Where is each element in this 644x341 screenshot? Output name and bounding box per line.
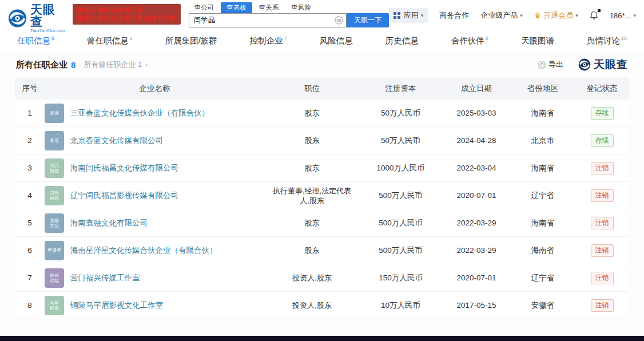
column-header: 省份地区 (511, 84, 575, 94)
nav-tab[interactable]: 任职信息8 (17, 35, 54, 46)
apps-grid-icon (393, 12, 400, 19)
tianyancha-watermark-icon (578, 58, 591, 71)
region-cell: 安徽省 (511, 300, 575, 311)
status-badge[interactable]: 注销 (591, 244, 614, 257)
logo-domain: TianYanCha.com (30, 29, 67, 33)
region-cell: 海南省 (511, 218, 575, 228)
status-badge[interactable]: 存续 (591, 107, 614, 120)
status-badge[interactable]: 存续 (591, 134, 614, 147)
search-type-tab[interactable]: 查风险 (285, 2, 317, 13)
column-header: 成立日期 (442, 84, 511, 94)
search-type-tab[interactable]: 查关系 (253, 2, 285, 13)
company-name-link[interactable]: 辽宁闫氏福昌影视传媒有限公司 (70, 191, 178, 200)
export-button[interactable]: 导出 (538, 60, 563, 70)
date-cell: 2020-07-01 (442, 191, 511, 200)
enterprise-products-menu[interactable]: 企业级产品 ▾ (480, 10, 523, 21)
region-cell: 海南省 (511, 108, 575, 118)
tab-count-badge: 18 (621, 35, 627, 41)
search-type-tabs: 查公司查老板查关系查风险 (189, 2, 389, 13)
position-cell: 投资人,股东 (265, 298, 359, 312)
top-header: 天眼查 TianYanCha.com 都在用的商业查询工具 国家中小企业发展子基… (0, 0, 644, 29)
top-menu: 应用 ▾ 商务合作 企业级产品 ▾ ♛ 开通会员 ▾ (389, 8, 636, 23)
search-type-tab[interactable]: 查公司 (189, 2, 220, 13)
chevron-down-icon: ▾ (520, 13, 523, 18)
status-badge[interactable]: 注销 (591, 162, 614, 175)
business-cooperation-link[interactable]: 商务合作 (439, 10, 469, 21)
nav-tab[interactable]: 曾任职信息1 (87, 35, 133, 46)
status-badge[interactable]: 注销 (591, 299, 614, 312)
company-logo: 福兴 传媒 (45, 268, 64, 288)
table-row: 6 星泽星 海南星泽星文化传媒合伙企业（有限合伙） 股东 500万人民币 202… (15, 237, 629, 264)
search-type-tab[interactable]: 查老板 (221, 2, 252, 13)
nav-tab[interactable]: 天眼图谱 (521, 35, 554, 46)
row-index: 6 (15, 246, 45, 255)
table-row: 2 春蓝 北京春蓝文化传媒有限公司 股东 50万人民币 2024-04-28 北… (15, 127, 629, 154)
search-input[interactable] (189, 13, 347, 27)
region-cell: 海南省 (511, 163, 575, 173)
camera-icon[interactable] (335, 16, 343, 25)
date-cell: 2022-03-29 (442, 246, 511, 255)
position-cell: 股东 (265, 133, 359, 148)
notification-badge (598, 9, 601, 12)
company-logo: 星泽星 (45, 241, 64, 260)
company-logo: 马芊 影视 (45, 296, 64, 315)
nav-tab[interactable]: 控制企业7 (250, 35, 287, 46)
column-header: 登记状态 (575, 84, 629, 94)
position-cell: 股东 (265, 216, 359, 230)
company-logo: 春蓝 (45, 104, 64, 123)
status-badge[interactable]: 注销 (591, 217, 614, 229)
section-title: 所有任职企业 (16, 60, 67, 70)
nav-tab[interactable]: 合作伙伴8 (451, 35, 488, 46)
status-badge[interactable]: 注销 (591, 189, 614, 202)
status-badge[interactable]: 注销 (591, 272, 614, 284)
table-row: 7 福兴 传媒 营口福兴传媒工作室 投资人,股东 150万人民币 2020-07… (15, 264, 629, 292)
search-button[interactable]: 天眼一下 (347, 13, 389, 27)
apps-menu[interactable]: 应用 ▾ (389, 8, 428, 23)
date-cell: 2022-03-29 (442, 219, 511, 227)
nav-tab[interactable]: 风险信息 (320, 35, 353, 46)
column-header: 职位 (265, 84, 359, 94)
site-logo[interactable]: 天眼查 TianYanCha.com (8, 3, 67, 33)
logo-name: 天眼查 (30, 3, 67, 27)
chevron-down-icon: ▾ (421, 13, 424, 18)
company-name-link[interactable]: 三亚春蓝文化传媒合伙企业（有限合伙） (70, 108, 209, 118)
company-name-link[interactable]: 铜陵马芊眉影视文化工作室 (70, 300, 163, 310)
row-index: 3 (15, 164, 45, 172)
table-row: 4 闫氏 福昌 辽宁闫氏福昌影视传媒有限公司 执行董事,经理,法定代表人,股东 … (15, 182, 629, 209)
date-cell: 2020-07-01 (442, 273, 511, 282)
watermark-logo: 天眼查 (578, 57, 628, 72)
table-body: 1 春蓝 三亚春蓝文化传媒合伙企业（有限合伙） 股东 50万人民币 2025-0… (15, 100, 629, 319)
nav-tab[interactable]: 历史信息 (385, 35, 419, 46)
capital-cell: 500万人民币 (359, 218, 442, 228)
nav-tab[interactable]: 所属集团/族群 (165, 35, 217, 46)
companies-table: 序号企业名称职位注册资本成立日期省份地区登记状态 1 春蓝 三亚春蓝文化传媒合伙… (15, 78, 629, 319)
region-cell: 海南省 (511, 245, 575, 256)
company-name-link[interactable]: 北京春蓝文化传媒有限公司 (70, 136, 163, 145)
export-icon (538, 61, 546, 69)
company-name-link[interactable]: 海南闫氏福昌文化传媒有限公司 (70, 163, 178, 173)
row-index: 7 (15, 273, 45, 282)
company-name-link[interactable]: 营口福兴传媒工作室 (70, 273, 140, 283)
table-row: 5 寰融 文化 海南寰融文化有限公司 股东 500万人民币 2022-03-29… (15, 209, 629, 237)
position-cell: 股东 (265, 243, 359, 257)
region-cell: 辽宁省 (511, 273, 575, 283)
notifications-bell[interactable] (590, 11, 598, 20)
position-cell: 执行董事,经理,法定代表人,股东 (265, 184, 359, 208)
row-index: 5 (15, 219, 45, 227)
vip-upgrade-link[interactable]: ♛ 开通会员 ▾ (534, 10, 578, 21)
capital-cell: 50万人民币 (359, 136, 442, 146)
date-cell: 2017-05-15 (442, 301, 511, 310)
tianyancha-logo-icon (8, 9, 27, 28)
company-name-link[interactable]: 海南寰融文化有限公司 (70, 218, 148, 228)
row-index: 8 (15, 301, 45, 310)
chevron-down-icon: ▾ (633, 13, 636, 18)
nav-tab[interactable]: 舆情讨论18 (587, 35, 627, 46)
position-cell: 股东 (265, 161, 359, 175)
watermark-text: 天眼查 (594, 57, 628, 72)
company-name-link[interactable]: 海南星泽星文化传媒合伙企业（有限合伙） (70, 245, 217, 255)
profile-nav-tabs: 任职信息8曾任职信息1所属集团/族群控制企业7风险信息历史信息合作伙伴8天眼图谱… (0, 29, 644, 53)
company-logo: 闫氏 福昌 (45, 158, 64, 178)
date-cell: 2025-03-03 (442, 109, 511, 117)
former-companies-link[interactable]: 所有曾任职企业 1 › (84, 60, 147, 70)
account-menu[interactable]: 186*... ▾ (610, 11, 636, 20)
